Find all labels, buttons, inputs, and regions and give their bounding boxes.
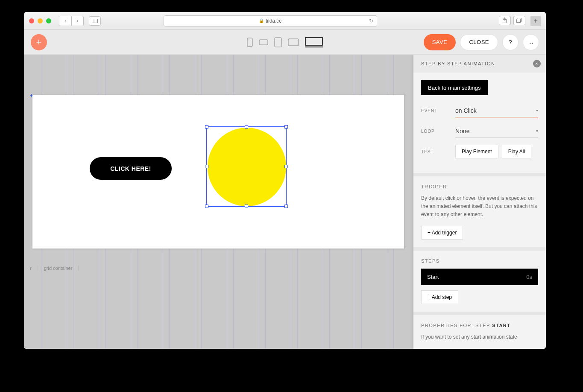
svg-rect-8 — [288, 39, 299, 46]
back-to-settings-button[interactable]: Back to main settings — [421, 80, 488, 95]
test-label: TEST — [421, 149, 455, 154]
caret-down-icon: ▾ — [536, 108, 538, 113]
trigger-section: TRIGGER By default click or hover, the e… — [413, 176, 546, 251]
url-text: tilda.cc — [266, 18, 281, 24]
add-trigger-button[interactable]: + Add trigger — [421, 226, 463, 240]
step-time: 0s — [526, 274, 532, 280]
new-tab-button[interactable]: + — [530, 16, 541, 26]
caret-down-icon: ▾ — [536, 129, 538, 133]
mobile-portrait-icon[interactable] — [247, 38, 253, 47]
svg-rect-6 — [259, 40, 268, 45]
play-element-button[interactable]: Play Element — [455, 145, 498, 158]
event-value: on Click — [455, 107, 477, 114]
share-icon[interactable] — [499, 16, 511, 25]
resize-handle-bl[interactable] — [205, 205, 208, 208]
svg-rect-5 — [247, 38, 252, 47]
add-element-button[interactable]: + — [31, 34, 47, 50]
loop-label: LOOP — [421, 129, 455, 134]
step-start-row[interactable]: Start 0s — [421, 269, 538, 285]
breadcrumb-item[interactable]: grid container — [38, 266, 79, 271]
nav-buttons: ‹ › — [59, 16, 84, 26]
trigger-title: TRIGGER — [421, 184, 538, 189]
play-all-button[interactable]: Play All — [502, 145, 531, 158]
test-row: TEST Play Element Play All — [421, 145, 538, 158]
resize-handle-tl[interactable] — [205, 125, 208, 129]
steps-section: STEPS Start 0s + Add step — [413, 251, 546, 315]
browser-chrome: ‹ › 🔒 tilda.cc ↻ + — [24, 12, 546, 30]
add-step-button[interactable]: + Add step — [421, 290, 458, 304]
resize-handle-mr[interactable] — [284, 165, 288, 168]
svg-rect-4 — [517, 19, 521, 23]
properties-section: PROPERTIES FOR: STEP START If you want t… — [413, 315, 546, 349]
browser-window: ‹ › 🔒 tilda.cc ↻ + + — [24, 12, 546, 349]
panel-main-section: Back to main settings EVENT on Click ▾ L… — [413, 73, 546, 176]
desktop-icon[interactable] — [305, 37, 323, 47]
breadcrumb: r grid container — [24, 260, 79, 277]
close-window-icon[interactable] — [29, 18, 34, 23]
url-bar[interactable]: 🔒 tilda.cc ↻ — [164, 15, 377, 26]
properties-description: If you want to set any start animation s… — [421, 333, 538, 341]
animation-panel: STEP BY STEP ANIMATION × Back to main se… — [413, 55, 546, 349]
panel-title: STEP BY STEP ANIMATION — [421, 61, 495, 66]
resize-handle-br[interactable] — [284, 205, 288, 208]
resize-handle-bc[interactable] — [245, 205, 248, 208]
forward-button[interactable]: › — [71, 16, 83, 26]
panel-close-icon[interactable]: × — [533, 60, 541, 67]
resize-handle-tc[interactable] — [245, 125, 248, 129]
help-button[interactable]: ? — [502, 34, 519, 50]
toolbar-right: SAVE CLOSE ? ... — [424, 34, 539, 50]
svg-rect-7 — [275, 38, 281, 47]
tablet-landscape-icon[interactable] — [288, 38, 299, 46]
steps-title: STEPS — [421, 258, 538, 263]
more-button[interactable]: ... — [523, 34, 539, 50]
selection-box[interactable] — [206, 126, 287, 207]
minimize-window-icon[interactable] — [38, 18, 43, 23]
tabs-icon[interactable] — [513, 16, 525, 25]
svg-rect-0 — [92, 19, 98, 23]
panel-header: STEP BY STEP ANIMATION × — [413, 55, 546, 73]
traffic-lights — [29, 18, 51, 23]
resize-handle-ml[interactable] — [205, 165, 208, 168]
event-select[interactable]: on Click ▾ — [455, 104, 538, 117]
device-switcher — [247, 37, 323, 47]
yellow-circle-shape[interactable] — [208, 128, 286, 206]
reload-icon[interactable]: ↻ — [369, 18, 373, 24]
app-toolbar: + SAVE CLOSE ? ... — [24, 30, 546, 55]
loop-value: None — [455, 128, 469, 135]
chrome-right: + — [499, 16, 541, 26]
maximize-window-icon[interactable] — [46, 18, 51, 23]
back-button[interactable]: ‹ — [59, 16, 71, 26]
lock-icon: 🔒 — [259, 18, 264, 23]
click-here-button[interactable]: CLICK HERE! — [90, 157, 172, 180]
resize-handle-tr[interactable] — [284, 125, 288, 129]
save-button[interactable]: SAVE — [424, 34, 456, 50]
event-label: EVENT — [421, 108, 455, 113]
trigger-description: By default click or hover, the event is … — [421, 194, 538, 219]
event-row: EVENT on Click ▾ — [421, 104, 538, 117]
workspace: + CLICK HERE! r grid container STEP BY S… — [24, 55, 546, 349]
step-label: Start — [427, 274, 439, 280]
tablet-portrait-icon[interactable] — [274, 37, 282, 47]
loop-select[interactable]: None ▾ — [455, 124, 538, 138]
test-buttons: Play Element Play All — [455, 145, 531, 158]
close-button[interactable]: CLOSE — [460, 34, 498, 50]
properties-title: PROPERTIES FOR: STEP START — [421, 323, 538, 328]
mobile-landscape-icon[interactable] — [259, 39, 268, 45]
loop-row: LOOP None ▾ — [421, 124, 538, 138]
breadcrumb-item[interactable]: r — [24, 266, 38, 271]
sidebar-toggle-icon[interactable] — [89, 16, 101, 26]
svg-rect-9 — [305, 38, 322, 45]
